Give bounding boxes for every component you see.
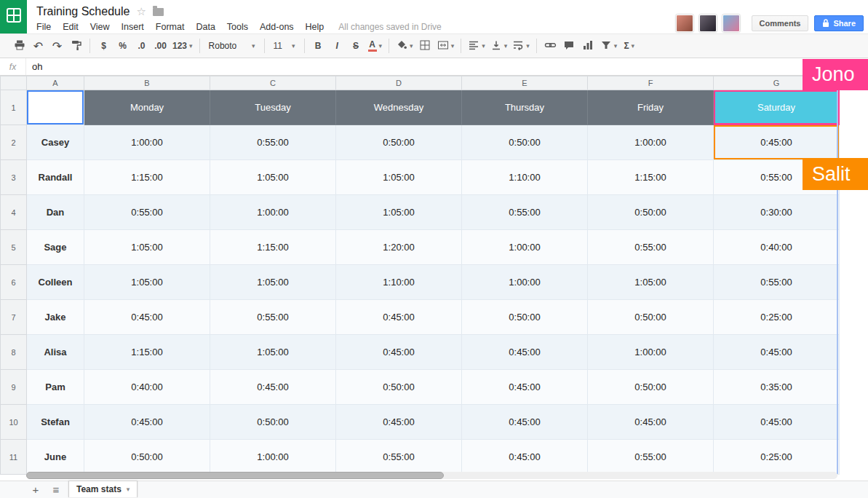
cell[interactable]: 1:10:00 bbox=[336, 265, 462, 300]
cell[interactable]: 0:45:00 bbox=[84, 300, 210, 335]
cell[interactable]: 0:40:00 bbox=[84, 370, 210, 405]
borders-button[interactable] bbox=[416, 37, 434, 55]
cell[interactable]: 0:45:00 bbox=[714, 335, 840, 370]
cell[interactable]: Thursday bbox=[462, 90, 588, 125]
cell[interactable]: 0:50:00 bbox=[462, 300, 588, 335]
cell[interactable]: Jake bbox=[27, 300, 84, 335]
print-button[interactable] bbox=[10, 37, 28, 55]
sheets-logo[interactable] bbox=[0, 0, 27, 33]
cell[interactable]: 1:00:00 bbox=[462, 265, 588, 300]
cell[interactable]: Tuesday bbox=[210, 90, 336, 125]
percent-format-button[interactable]: % bbox=[114, 37, 132, 55]
cell[interactable]: 0:45:00 bbox=[588, 405, 714, 440]
cell[interactable]: 0:50:00 bbox=[336, 370, 462, 405]
cell[interactable]: Dan bbox=[27, 195, 84, 230]
bold-button[interactable]: B bbox=[309, 37, 327, 55]
cell[interactable]: 1:15:00 bbox=[84, 335, 210, 370]
cell[interactable]: 0:50:00 bbox=[210, 405, 336, 440]
menu-tools[interactable]: Tools bbox=[221, 20, 254, 33]
cell[interactable]: 0:50:00 bbox=[336, 125, 462, 160]
column-header[interactable]: F bbox=[588, 76, 714, 90]
row-header[interactable]: 4 bbox=[1, 195, 27, 230]
cell[interactable]: Wednesday bbox=[336, 90, 462, 125]
cell[interactable]: 0:55:00 bbox=[714, 265, 840, 300]
formula-input[interactable]: oh bbox=[26, 58, 868, 75]
menu-view[interactable]: View bbox=[84, 20, 116, 33]
row-header[interactable]: 10 bbox=[1, 405, 27, 440]
cell[interactable]: 0:45:00 bbox=[462, 370, 588, 405]
cell[interactable]: 0:25:00 bbox=[714, 440, 840, 475]
cell[interactable]: 1:20:00 bbox=[336, 230, 462, 265]
cell[interactable]: Sage bbox=[27, 230, 84, 265]
cell[interactable]: 1:05:00 bbox=[336, 160, 462, 195]
document-title[interactable]: Training Schedule bbox=[36, 5, 130, 18]
collaborator-avatar[interactable] bbox=[722, 15, 740, 32]
currency-format-button[interactable]: $ bbox=[95, 37, 113, 55]
cell[interactable]: 0:45:00 bbox=[84, 405, 210, 440]
cell[interactable]: 0:55:00 bbox=[336, 440, 462, 475]
cell[interactable]: Randall bbox=[27, 160, 84, 195]
font-size-select[interactable]: 11▾ bbox=[269, 37, 300, 55]
cell[interactable]: 0:50:00 bbox=[462, 125, 588, 160]
fill-color-button[interactable]: ▾ bbox=[394, 37, 415, 55]
selected-cell-a1[interactable] bbox=[27, 90, 84, 125]
sheet-tab-team-stats[interactable]: Team stats ▾ bbox=[68, 481, 138, 497]
cell[interactable]: 0:45:00 bbox=[462, 405, 588, 440]
cell[interactable]: 0:55:00 bbox=[588, 230, 714, 265]
cell[interactable]: 0:45:00 bbox=[210, 370, 336, 405]
star-icon[interactable]: ☆ bbox=[136, 5, 146, 18]
column-header[interactable]: A bbox=[27, 76, 84, 90]
column-header[interactable]: D bbox=[336, 76, 462, 90]
column-header[interactable]: C bbox=[210, 76, 336, 90]
menu-edit[interactable]: Edit bbox=[57, 20, 84, 33]
font-select[interactable]: Roboto▾ bbox=[204, 37, 260, 55]
cell[interactable]: Monday bbox=[84, 90, 210, 125]
cell[interactable]: 0:50:00 bbox=[588, 300, 714, 335]
filter-button[interactable]: ▾ bbox=[598, 37, 620, 55]
cell[interactable]: 0:35:00 bbox=[714, 370, 840, 405]
cell[interactable]: Stefan bbox=[27, 405, 84, 440]
cell[interactable]: 0:50:00 bbox=[588, 195, 714, 230]
text-wrap-button[interactable]: ▾ bbox=[510, 37, 532, 55]
cell-g2-salit-selection[interactable]: 0:45:00 bbox=[714, 125, 840, 160]
row-header[interactable]: 1 bbox=[1, 90, 27, 125]
cell[interactable]: 0:45:00 bbox=[714, 405, 840, 440]
horizontal-scrollbar-thumb[interactable] bbox=[26, 472, 444, 479]
redo-button[interactable]: ↷ bbox=[48, 37, 66, 55]
cell[interactable]: 0:45:00 bbox=[336, 335, 462, 370]
column-header[interactable]: E bbox=[462, 76, 588, 90]
share-button[interactable]: Share bbox=[814, 15, 864, 31]
cell[interactable]: 0:30:00 bbox=[714, 195, 840, 230]
cell[interactable]: 1:05:00 bbox=[84, 230, 210, 265]
row-header[interactable]: 7 bbox=[1, 300, 27, 335]
cell[interactable]: 1:05:00 bbox=[210, 265, 336, 300]
all-sheets-button[interactable]: ≡ bbox=[48, 483, 64, 497]
horizontal-align-button[interactable]: ▾ bbox=[466, 37, 487, 55]
cell[interactable]: 1:05:00 bbox=[84, 265, 210, 300]
row-header[interactable]: 6 bbox=[1, 265, 27, 300]
insert-comment-button[interactable] bbox=[560, 37, 578, 55]
insert-chart-button[interactable] bbox=[579, 37, 597, 55]
cell[interactable]: 1:05:00 bbox=[210, 335, 336, 370]
cell[interactable]: 1:00:00 bbox=[210, 440, 336, 475]
decrease-decimal-button[interactable]: .0 bbox=[132, 37, 151, 55]
cell[interactable]: Colleen bbox=[27, 265, 84, 300]
cell[interactable]: 0:55:00 bbox=[588, 440, 714, 475]
cell[interactable]: 0:55:00 bbox=[84, 195, 210, 230]
menu-addons[interactable]: Add-ons bbox=[254, 20, 300, 33]
insert-link-button[interactable] bbox=[541, 37, 560, 55]
undo-button[interactable]: ↶ bbox=[29, 37, 47, 55]
cell[interactable]: 0:55:00 bbox=[462, 195, 588, 230]
cell[interactable]: 0:50:00 bbox=[588, 370, 714, 405]
row-header[interactable]: 8 bbox=[1, 335, 27, 370]
paint-format-button[interactable] bbox=[67, 37, 85, 55]
cell[interactable]: 0:50:00 bbox=[84, 440, 210, 475]
italic-button[interactable]: I bbox=[328, 37, 346, 55]
cell-saturday-highlight[interactable]: Saturday bbox=[714, 90, 840, 125]
cell[interactable]: 1:15:00 bbox=[84, 160, 210, 195]
folder-icon[interactable] bbox=[153, 8, 164, 16]
cell[interactable]: 0:40:00 bbox=[714, 230, 840, 265]
cell[interactable]: 1:00:00 bbox=[588, 125, 714, 160]
menu-format[interactable]: Format bbox=[150, 20, 191, 33]
comments-button[interactable]: Comments bbox=[752, 15, 809, 31]
